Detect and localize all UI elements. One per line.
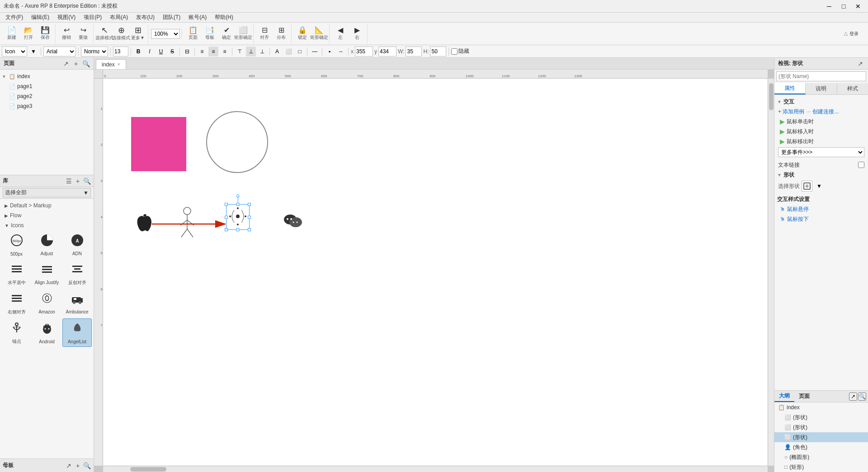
shape-dropdown-btn[interactable]: ▼ <box>814 181 824 191</box>
text-color-btn[interactable]: A <box>272 47 282 56</box>
interaction-style-header[interactable]: 交互样式设置 <box>776 194 866 204</box>
menu-layout[interactable]: 布局(A) <box>106 13 132 22</box>
selected-icon-wrapper[interactable] <box>226 204 250 230</box>
h-input[interactable] <box>430 47 446 56</box>
new-button[interactable]: 📄新建 <box>4 24 20 44</box>
align-right-btn[interactable]: ≡ <box>220 47 230 56</box>
x-input[interactable] <box>355 47 373 56</box>
scroll-thumb-v[interactable] <box>769 83 774 110</box>
bold-btn[interactable]: B <box>133 47 143 56</box>
menu-file[interactable]: 文件(F) <box>2 13 27 22</box>
category-flow[interactable]: ▶ Flow <box>1 210 93 220</box>
handle-br[interactable] <box>248 228 251 231</box>
lib-item-500px[interactable]: 500px 500px <box>2 231 31 259</box>
rect-confirm-btn[interactable]: ⬜矩形确定 <box>235 24 251 44</box>
shape-name-input[interactable] <box>776 71 866 81</box>
handle-ml[interactable] <box>225 215 228 219</box>
outline-tab-page[interactable]: 页面 <box>794 391 814 402</box>
page-item-page2[interactable]: 📄 page2 <box>0 91 94 101</box>
select-mode-button[interactable]: ↖选择模式 <box>96 24 113 44</box>
wechat-icon-element[interactable] <box>281 210 305 233</box>
canvas-inner[interactable] <box>103 79 768 466</box>
outline-item-ellipse[interactable]: ○ (椭圆形) <box>774 452 868 462</box>
create-link-link[interactable]: 创建连接... <box>812 108 839 116</box>
outline-item-index[interactable]: 📋 index <box>774 402 868 412</box>
handle-bc[interactable] <box>236 228 240 231</box>
tab-notes[interactable]: 说明 <box>806 83 837 94</box>
outline-item-shape2[interactable]: ⬜ (形状) <box>774 422 868 432</box>
lib-item-angellist[interactable]: AngelList <box>62 318 92 347</box>
align-left-btn[interactable]: ≡ <box>197 47 207 56</box>
maximize-button[interactable]: □ <box>837 2 850 10</box>
canvas-tab-close[interactable]: × <box>118 62 120 67</box>
lock-btn[interactable]: 🔒锁定 <box>294 24 311 44</box>
event-mouse-click[interactable]: ▶ 鼠标单击时 <box>776 117 866 126</box>
align-middle-btn[interactable]: ⊥ <box>246 47 256 56</box>
left-btn[interactable]: ◀左 <box>332 24 349 44</box>
library-dropdown[interactable]: 选择全部 ▼ <box>3 188 91 197</box>
type-options-btn[interactable]: ▼ <box>28 47 38 56</box>
lib-item-align-h[interactable]: 水平居中 <box>2 260 31 288</box>
undo-button[interactable]: ↩撤销 <box>58 24 75 44</box>
mouse-down-link[interactable]: 鼠标按下 <box>787 215 809 223</box>
category-icons[interactable]: ▼ Icons <box>1 220 93 230</box>
connect-mode-button[interactable]: ⊕连接模式 <box>113 24 129 44</box>
menu-project[interactable]: 项目(P) <box>80 13 105 22</box>
more-tools-button[interactable]: ⊞更多▼ <box>130 24 146 44</box>
menu-publish[interactable]: 发布(U) <box>132 13 158 22</box>
library-add-btn[interactable]: + <box>74 177 82 185</box>
y-input[interactable] <box>378 47 396 56</box>
pink-rectangle[interactable] <box>131 117 186 171</box>
page-item-index[interactable]: ▼ 📋 index <box>0 71 94 81</box>
menu-help[interactable]: 帮助(H) <box>211 13 237 22</box>
redo-button[interactable]: ↪重做 <box>75 24 91 44</box>
vertical-scrollbar[interactable] <box>768 79 774 466</box>
confirm-btn[interactable]: ✔确定 <box>218 24 235 44</box>
menu-edit[interactable]: 编辑(E) <box>28 13 53 22</box>
page-btn[interactable]: 📋页面 <box>185 24 201 44</box>
save-button[interactable]: 💾保存 <box>37 24 53 44</box>
lib-item-align-justify[interactable]: Align Justify <box>32 260 61 288</box>
w-input[interactable] <box>406 47 422 56</box>
fill-color-btn[interactable]: ⬜ <box>283 47 293 56</box>
underline-btn[interactable]: U <box>156 47 166 56</box>
outline-item-shape3[interactable]: ⬜ (形状) <box>774 432 868 442</box>
type-select[interactable]: Icon Shape Text <box>2 47 27 56</box>
circle-shape[interactable] <box>206 111 268 173</box>
apple-icon-element[interactable] <box>132 212 152 236</box>
bottom-add-btn[interactable]: + <box>74 462 82 470</box>
shape-icon-display[interactable] <box>802 181 812 192</box>
tab-style[interactable]: 样式 <box>837 83 868 94</box>
handle-tl[interactable] <box>225 203 228 206</box>
scroll-thumb-h[interactable] <box>130 467 166 472</box>
font-select[interactable]: Arial <box>43 47 76 56</box>
minimize-button[interactable]: ─ <box>823 2 835 10</box>
right-panel-expand-btn[interactable]: ↗ <box>856 60 864 68</box>
distribute-btn[interactable]: ⊞分布 <box>273 24 289 44</box>
outline-item-rect[interactable]: □ (矩形) <box>774 462 868 472</box>
horizontal-scrollbar[interactable] <box>103 466 768 472</box>
align-bottom-btn[interactable]: ⊥ <box>257 47 267 56</box>
page-item-page1[interactable]: 📄 page1 <box>0 81 94 91</box>
border-btn[interactable]: □ <box>295 47 305 56</box>
handle-tr[interactable] <box>248 203 251 206</box>
page-item-page3[interactable]: 📄 page3 <box>0 101 94 111</box>
lib-item-amazon[interactable]: ⓪ Amazon <box>32 289 61 318</box>
lib-item-align-right[interactable]: 右侧对齐 <box>2 289 31 318</box>
close-button[interactable]: ✕ <box>852 2 864 10</box>
event-mouse-enter[interactable]: ▶ 鼠标移入时 <box>776 126 866 136</box>
lib-item-align-reverse[interactable]: 反创对齐 <box>62 260 92 288</box>
bottom-expand-btn[interactable]: ↗ <box>65 462 73 470</box>
library-search-btn[interactable]: 🔍 <box>83 177 91 185</box>
pages-search-btn[interactable]: 🔍 <box>82 60 90 68</box>
outline-tab-outline[interactable]: 大纲 <box>774 391 794 402</box>
more-events-dropdown[interactable]: 更多事件>>> <box>778 147 864 157</box>
outline-item-character[interactable]: 👤 (角色) <box>774 442 868 452</box>
person-icon-element[interactable] <box>174 205 201 241</box>
style-select[interactable]: Normal Bold Italic <box>81 47 108 56</box>
lib-item-ambulance[interactable]: Ambulance <box>62 289 92 318</box>
text-link-checkbox[interactable] <box>858 162 864 168</box>
mouse-over-link[interactable]: 鼠标悬停 <box>787 206 809 213</box>
pages-expand-btn[interactable]: ↗ <box>62 60 70 68</box>
outline-item-shape1[interactable]: ⬜ (形状) <box>774 412 868 422</box>
